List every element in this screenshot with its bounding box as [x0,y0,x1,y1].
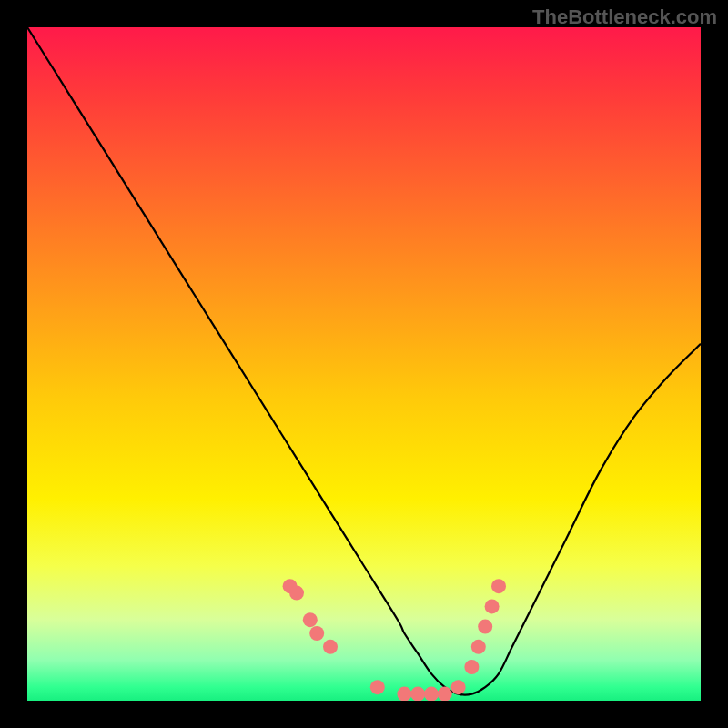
curve-marker [410,687,425,701]
curve-marker [289,586,304,601]
curve-marker [397,687,411,701]
curve-marker [309,626,324,641]
curve-marker [370,680,385,694]
curve-marker [471,640,486,654]
chart-svg [27,27,701,701]
curve-marker [323,640,338,654]
chart-plot-area [27,27,701,701]
curve-marker [451,680,466,694]
bottleneck-curve [27,27,701,695]
curve-markers [283,579,506,701]
curve-marker [438,687,452,701]
curve-marker [464,660,479,674]
curve-marker [424,687,439,701]
watermark-text: TheBottleneck.com [532,5,717,29]
curve-marker [491,579,506,593]
curve-marker [485,599,500,613]
curve-marker [478,620,492,634]
curve-marker [303,612,318,627]
